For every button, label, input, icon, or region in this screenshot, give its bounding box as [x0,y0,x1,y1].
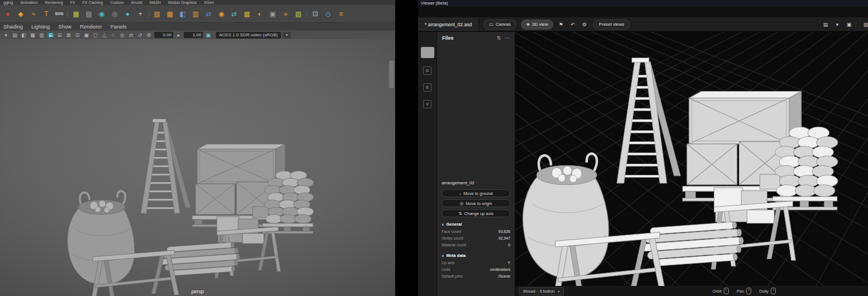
speed-value-field[interactable]: 1.00 [184,32,203,38]
shelf-tab[interactable]: Animation [20,0,37,5]
viewport-toolbar-icon[interactable]: ⊡ [74,32,81,38]
colorspace-icon[interactable]: ▣ [205,32,212,38]
grid2-icon[interactable]: ▦ [164,7,176,21]
flag-icon[interactable]: ⚑ [556,22,565,27]
sort-icon[interactable]: ⇅ [496,35,501,41]
maya-sphere-icon[interactable]: ● [2,7,14,21]
shelf-tab[interactable]: Custom [110,0,124,5]
axis-icon[interactable]: + [134,7,146,21]
shelf-tab[interactable]: FX [70,0,75,5]
panel-toggle-icon[interactable]: ▥ [861,22,868,27]
snap-value-field[interactable]: 0.00 [154,32,173,38]
panel-menu-item[interactable]: Shading [3,23,23,30]
swap-icon[interactable]: ⇄ [202,7,215,21]
viewport-toolbar-icon[interactable]: ⊞ [47,32,54,38]
arrows-icon[interactable]: ⇄ [228,7,240,21]
viewport-toolbar-icon[interactable]: ▣ [83,32,90,38]
colorspace-dropdown[interactable]: ACES 1.0 SDR-video (sRGB) [216,32,281,39]
settings-gear-icon[interactable]: ⚙ [580,22,589,27]
selected-tool-button[interactable] [421,47,434,58]
rail-key-v[interactable]: V [423,100,431,108]
cube-icon[interactable]: ◧ [177,7,189,21]
target-icon[interactable]: ◎ [108,7,121,21]
poly-grid-icon[interactable]: ▦ [70,7,82,21]
viewport-scrollbar[interactable] [389,60,394,88]
property-row: Up axisY [442,260,510,266]
colorspace-chevron-icon[interactable]: ▾ [283,32,291,39]
shelf-tab[interactable]: Motion Graphics [168,0,197,5]
divider [856,21,856,28]
change-up-axis-button[interactable]: ⇅ Change up axis [442,209,510,217]
play-icon[interactable]: ▸ [175,32,182,38]
panel-menu-item[interactable]: Panels [111,23,127,30]
shelf-tab[interactable]: Rendering [45,0,63,5]
stack-icon[interactable]: ≡ [335,7,347,21]
document-tab[interactable]: * arrangement_02.asd [418,17,479,31]
viewport-toolbar-icon[interactable]: ↺ [136,32,144,38]
diamond-tool-icon[interactable]: ◆ [15,7,27,21]
gold-box-icon[interactable]: ▩ [241,7,253,21]
rail-key-g[interactable]: G [423,66,431,75]
viewport-toolbar-icon[interactable]: ○ [110,32,117,38]
globe-icon[interactable]: ◐ [254,7,266,21]
undo-icon[interactable]: ↶ [568,22,577,27]
box-icon[interactable]: ▧ [151,7,163,21]
curve-tool-icon[interactable]: ≈ [27,7,40,21]
property-value: Y [507,260,510,266]
properties-section: ∨Meta dataUp axisYUnitscentimetersDefaul… [442,253,510,280]
move-to-ground-button[interactable]: ↓ Move to ground [442,189,510,197]
mouse-icon [724,288,729,294]
shelf-tab[interactable]: MASH [149,0,160,5]
orange-sphere-icon[interactable]: ◉ [215,7,227,21]
viewer-3d-viewport[interactable]: Mouse - 3 button ▾ OrbitPanDolly [515,32,868,296]
viewport-toolbar-icon[interactable]: ◧ [20,32,27,38]
viewport-toolbar-icon[interactable]: ⊟ [56,32,63,38]
move-to-origin-button[interactable]: ◎ Move to origin [442,199,510,207]
mouse-mode-dropdown[interactable]: Mouse - 3 button ▾ [519,287,564,295]
chevron-down-icon[interactable]: ▾ [833,22,842,27]
shelf-tab[interactable]: FX Caching [83,0,103,5]
rail-key-e[interactable]: E [423,83,431,92]
pipe-icon[interactable]: ▥ [189,7,202,21]
frame-sel-icon[interactable]: ⊡ [309,7,321,21]
viewport-toolbar-icon[interactable]: ◎ [118,32,126,38]
preset-views-button[interactable]: Preset views [593,20,629,30]
viewport-toolbar-icon[interactable]: ⊠ [65,32,72,38]
property-row: Material count0 [442,242,510,249]
sphere-project-icon[interactable]: ◉ [96,7,108,21]
chevron-down-icon: ∨ [442,222,444,226]
drop-icon[interactable]: ● [121,7,134,21]
frame-icon[interactable]: ▣ [845,22,853,27]
gear-icon[interactable]: ⚙ [145,32,153,38]
lattice-icon[interactable]: ▤ [83,7,95,21]
viewport-toolbar-icon[interactable]: ▤ [11,32,18,38]
viewport-toolbar-icon[interactable]: △ [101,32,108,38]
more-options-icon[interactable]: ⋯ [505,35,510,41]
prism-icon[interactable]: ◇ [322,7,334,21]
shelf-tab[interactable]: gging [3,0,13,5]
maya-3d-viewport[interactable]: persp [0,39,395,296]
property-label: Material count [442,242,466,249]
viewport-toolbar-icon[interactable]: ◻ [92,32,99,38]
panel-menu-item[interactable]: Show [58,23,72,30]
panel-icon[interactable]: ▣ [267,7,279,21]
chevrons-icon[interactable]: » [279,7,292,21]
shelf-tab[interactable]: XGen [204,0,214,5]
section-header[interactable]: ∨Meta data [442,253,510,258]
viewport-toolbar-icon[interactable]: ▦ [29,32,36,38]
panel-menu-item[interactable]: Lighting [31,23,50,30]
layers-icon[interactable]: ▤ [821,22,830,27]
shelf-tab[interactable]: Arnold [131,0,142,5]
panel-menu-item[interactable]: Renderer [80,23,102,30]
canvas-button[interactable]: ▭ Canvas [483,20,516,30]
svg-tool-icon[interactable]: SVG [53,7,65,21]
viewport-toolbar-icon[interactable]: ⇄ [127,32,135,38]
files-list-area[interactable] [437,44,515,176]
viewport-toolbar-icon[interactable]: ▾ [2,32,10,38]
type-tool-icon[interactable]: T [40,7,53,21]
section-header[interactable]: ∨General [442,222,510,227]
checker-icon[interactable]: ▨ [292,7,305,21]
property-row: Face count93,826 [442,228,510,235]
viewport-toolbar-icon[interactable]: ▥ [38,32,45,38]
3d-view-button[interactable]: ◈ 3D view [521,20,554,30]
